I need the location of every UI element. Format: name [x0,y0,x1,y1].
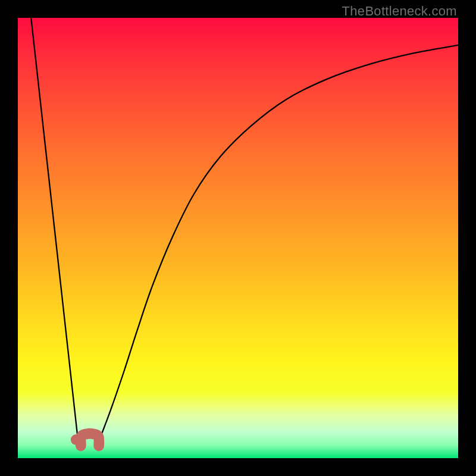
series-right-curve [97,45,458,446]
chart-svg [18,18,458,458]
series-left-slope [31,18,79,446]
plot-area [18,18,458,458]
chart-frame: TheBottleneck.com [0,0,476,476]
watermark-text: TheBottleneck.com [342,4,457,19]
marker-j-shape [81,434,99,446]
marker-dot [71,434,82,445]
